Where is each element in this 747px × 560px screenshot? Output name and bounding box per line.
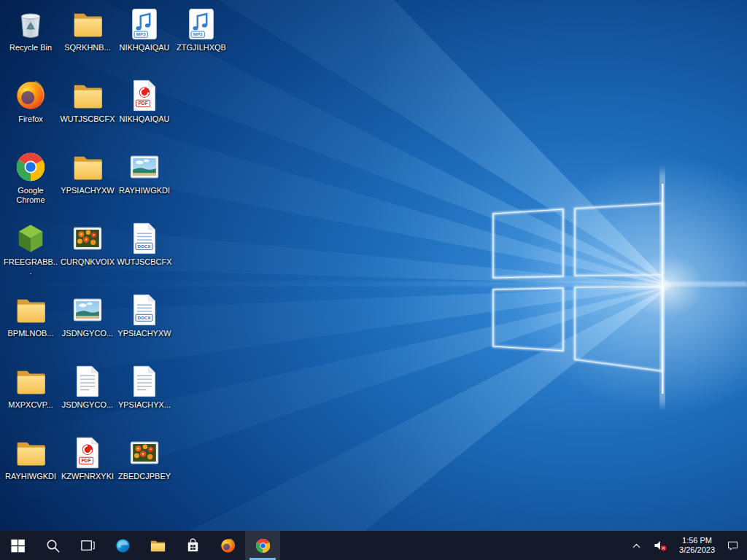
desktop-icon-label: KZWFNRXYKI: [61, 472, 114, 481]
action-center-icon: [727, 540, 739, 552]
edge-icon: [115, 537, 131, 554]
desktop-icon-nikhqaiqau[interactable]: NIKHQAIQAU: [117, 77, 172, 147]
desktop-icon-curqnkvoix[interactable]: CURQNKVOIX: [60, 220, 115, 290]
taskbar: 1:56 PM 3/26/2023: [0, 531, 747, 560]
taskbar-start-button[interactable]: [0, 531, 35, 560]
firefox-icon: [220, 537, 236, 554]
folder-icon: [71, 150, 104, 184]
folder-icon: [71, 7, 104, 41]
pdf-icon: [128, 79, 161, 112]
chevron-up-icon: [630, 540, 643, 552]
desktop-icon-ztgjilhxqb[interactable]: ZTGJILHXQB: [174, 6, 229, 76]
show-hidden-icons-button[interactable]: [625, 531, 648, 560]
freegrab-icon: [14, 222, 47, 255]
desktop-icon-label: JSDNGYCO...: [62, 400, 113, 410]
desktop-icon-nikhqaiqau[interactable]: NIKHQAIQAU: [117, 6, 172, 76]
action-center-button[interactable]: [721, 531, 744, 560]
folder-icon: [14, 436, 47, 470]
desktop[interactable]: Recycle BinSQRKHNB...NIKHQAIQAUZTGJILHXQ…: [0, 0, 747, 531]
desktop-icon-label: ZTGJILHXQB: [177, 43, 226, 52]
desktop-icon-label: RAYHIWGKDI: [5, 472, 56, 481]
desktop-icon-jsdngyco[interactable]: JSDNGYCO...: [60, 363, 115, 433]
taskbar-store-button[interactable]: [175, 531, 210, 560]
flower-icon: [128, 436, 161, 470]
store-icon: [185, 537, 201, 554]
chrome-icon: [255, 537, 271, 554]
folder-icon: [71, 79, 104, 112]
desktop-icon-label: MXPXCVP...: [8, 400, 53, 410]
flower-icon: [71, 222, 104, 255]
desktop-icon-ypsiachyxw[interactable]: YPSIACHYXW: [60, 149, 115, 219]
desktop-icon-kzwfnrxyki[interactable]: KZWFNRXYKI: [60, 435, 115, 505]
desktop-icon-bpmlnob[interactable]: BPMLNOB...: [3, 292, 58, 362]
desktop-icon-ypsiachyxw[interactable]: YPSIACHYXW: [117, 292, 172, 362]
task-view-icon: [80, 537, 96, 554]
taskbar-search-button[interactable]: [35, 531, 70, 560]
desktop-icon-label: YPSIACHYX...: [118, 400, 171, 410]
recycle-bin-icon: [14, 7, 47, 41]
firefox-icon: [14, 79, 47, 112]
image-icon: [128, 150, 161, 184]
desktop-icon-firefox[interactable]: Firefox: [3, 77, 58, 147]
desktop-icon-mxpxcvp[interactable]: MXPXCVP...: [3, 363, 58, 433]
desktop-icon-label: WUTJSCBCFX: [117, 257, 171, 267]
folder-icon: [14, 365, 47, 398]
desktop-icon-label: Firefox: [18, 114, 43, 124]
desktop-icon-label: FREEGRABB...: [3, 257, 58, 276]
desktop-icon-label: Recycle Bin: [9, 43, 52, 52]
desktop-icon-recycle-bin[interactable]: Recycle Bin: [3, 6, 58, 76]
desktop-icon-label: YPSIACHYXW: [61, 186, 114, 195]
taskbar-chrome-button[interactable]: [245, 531, 280, 560]
desktop-icon-label: NIKHQAIQAU: [119, 43, 169, 52]
docx-icon: [128, 222, 161, 255]
start-icon: [9, 537, 26, 554]
file-explorer-icon: [150, 537, 166, 554]
volume-muted-icon: [653, 538, 667, 553]
chrome-icon: [14, 150, 47, 184]
desktop-icon-grid: Recycle BinSQRKHNB...NIKHQAIQAUZTGJILHXQ…: [0, 0, 747, 531]
system-tray: 1:56 PM 3/26/2023: [625, 531, 747, 560]
taskbar-firefox-button[interactable]: [210, 531, 245, 560]
desktop-icon-label: JSDNGYCO...: [62, 329, 113, 338]
taskbar-clock[interactable]: 1:56 PM 3/26/2023: [673, 531, 721, 560]
clock-date: 3/26/2023: [679, 545, 715, 555]
desktop-icon-label: CURQNKVOIX: [61, 257, 115, 267]
txt-icon: [128, 365, 161, 398]
desktop-icon-sqrkhnb[interactable]: SQRKHNB...: [60, 6, 115, 76]
windows-desktop-root: Recycle BinSQRKHNB...NIKHQAIQAUZTGJILHXQ…: [0, 0, 747, 560]
search-icon: [44, 537, 61, 554]
desktop-icon-label: SQRKHNB...: [64, 43, 111, 52]
desktop-icon-google-chrome[interactable]: Google Chrome: [3, 149, 58, 219]
desktop-icon-freegrabb[interactable]: FREEGRABB...: [3, 220, 58, 290]
taskbar-edge-button[interactable]: [105, 531, 140, 560]
taskbar-task-view-button[interactable]: [70, 531, 105, 560]
image-icon: [71, 293, 104, 327]
mp3-icon: [128, 7, 161, 41]
desktop-icon-wutjscbcfx[interactable]: WUTJSCBCFX: [117, 220, 172, 290]
desktop-icon-label: ZBEDCJPBEY: [118, 472, 171, 481]
docx-icon: [128, 293, 161, 327]
desktop-icon-wutjscbcfx[interactable]: WUTJSCBCFX: [60, 77, 115, 147]
desktop-icon-label: WUTJSCBCFX: [60, 114, 115, 124]
clock-time: 1:56 PM: [682, 536, 712, 545]
desktop-icon-label: YPSIACHYXW: [117, 329, 171, 338]
desktop-icon-ypsiachyx[interactable]: YPSIACHYX...: [117, 363, 172, 433]
desktop-icon-rayhiwgkdi[interactable]: RAYHIWGKDI: [117, 149, 172, 219]
desktop-icon-label: RAYHIWGKDI: [119, 186, 170, 195]
pdf-icon: [71, 436, 104, 470]
desktop-icon-label: Google Chrome: [3, 186, 58, 205]
volume-button[interactable]: [648, 531, 673, 560]
folder-icon: [14, 293, 47, 327]
desktop-icon-jsdngyco[interactable]: JSDNGYCO...: [60, 292, 115, 362]
desktop-icon-label: NIKHQAIQAU: [119, 114, 169, 124]
desktop-icon-rayhiwgkdi[interactable]: RAYHIWGKDI: [3, 435, 58, 505]
taskbar-file-explorer-button[interactable]: [140, 531, 175, 560]
desktop-icon-label: BPMLNOB...: [8, 329, 54, 338]
txt-icon: [71, 365, 104, 398]
taskbar-apps: [0, 531, 280, 560]
mp3-icon: [185, 7, 218, 41]
desktop-icon-zbedcjpbey[interactable]: ZBEDCJPBEY: [117, 435, 172, 505]
